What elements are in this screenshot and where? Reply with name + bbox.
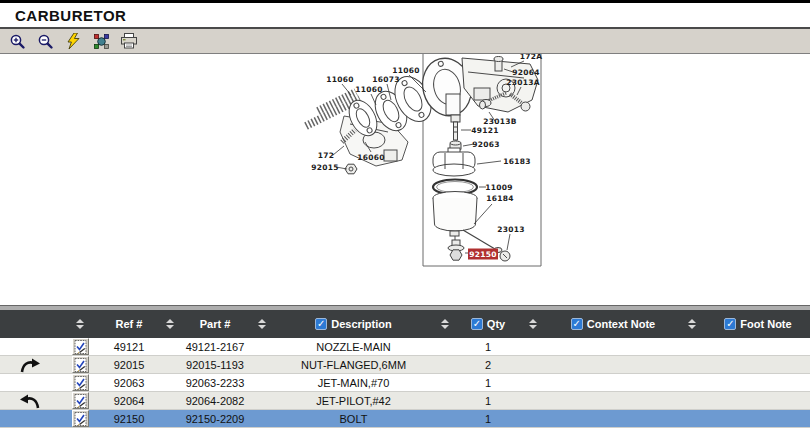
table-row[interactable]: 49121 49121-2167 NOZZLE-MAIN 1 <box>0 338 810 356</box>
edit-note-icon <box>74 394 87 408</box>
diagram-part-label[interactable]: 23013 <box>497 225 525 234</box>
column-header-context-note[interactable]: Context Note <box>548 318 678 330</box>
column-header-ref[interactable]: Ref # <box>100 318 158 330</box>
diagram-part-label[interactable]: 23013A <box>506 78 540 87</box>
lightning-button[interactable] <box>63 31 83 51</box>
diagram-part-label[interactable]: 92064 <box>512 68 540 77</box>
diagram-part-label[interactable]: 172 <box>318 151 335 160</box>
table-row[interactable]: 92063 92063-2233 JET-MAIN,#70 1 <box>0 374 810 392</box>
cell-part: 49121-2167 <box>182 341 248 353</box>
diagram-part-label[interactable]: 23013B <box>483 117 517 126</box>
cell-qty: 1 <box>458 413 518 425</box>
diagram-part-label[interactable]: 172A <box>520 54 543 61</box>
edit-note-button[interactable] <box>72 338 89 355</box>
diagram-leader-line <box>342 84 351 95</box>
nav-arrow-back-icon[interactable] <box>19 392 41 409</box>
column-header-description[interactable]: Description <box>275 318 432 330</box>
toolbar <box>0 29 810 54</box>
diagram-leader-line <box>477 161 501 164</box>
diagram-part-label[interactable]: 49121 <box>471 126 499 135</box>
edit-note-icon <box>74 358 87 372</box>
carburetor-exploded-view: 110601607311060110601729201516060172A920… <box>0 54 810 305</box>
diagram-part-label[interactable]: 92150 <box>469 250 497 259</box>
cell-part: 92064-2082 <box>182 395 248 407</box>
nav-arrow-forward-icon[interactable] <box>19 356 41 373</box>
cell-ref: 92064 <box>100 395 158 407</box>
diagram-part-label[interactable]: 11060 <box>326 75 354 84</box>
print-button[interactable] <box>119 31 139 51</box>
cell-part: 92063-2233 <box>182 377 248 389</box>
table-row[interactable]: 92064 92064-2082 JET-PILOT,#42 1 <box>0 392 810 410</box>
diagram-leader-line <box>507 234 510 250</box>
cell-description: NUT-FLANGED,6MM <box>275 359 432 371</box>
diagram-leader-line <box>333 146 344 155</box>
sort-icon[interactable] <box>166 319 174 329</box>
cell-description: JET-PILOT,#42 <box>275 395 432 407</box>
foot-note-checkbox[interactable] <box>724 318 736 330</box>
cell-qty: 1 <box>458 377 518 389</box>
cell-qty: 1 <box>458 395 518 407</box>
title-bar: CARBURETOR <box>0 0 810 29</box>
zoom-out-button[interactable] <box>35 31 55 51</box>
cell-qty: 2 <box>458 359 518 371</box>
diagram-part-label[interactable]: 92015 <box>311 163 339 172</box>
diagram-part-label[interactable]: 16183 <box>503 157 531 166</box>
diagram-part-label[interactable]: 11060 <box>392 66 420 75</box>
edit-note-button[interactable] <box>72 356 89 373</box>
lightning-icon <box>66 33 81 50</box>
diagram-part-label[interactable]: 11009 <box>485 183 513 192</box>
edit-note-button[interactable] <box>72 392 89 409</box>
table-row[interactable]: 92015 92015-1193 NUT-FLANGED,6MM 2 <box>0 356 810 374</box>
edit-note-icon <box>74 376 87 390</box>
zoom-out-icon <box>37 33 54 50</box>
cell-description: NOZZLE-MAIN <box>275 341 432 353</box>
cell-part: 92150-2209 <box>182 413 248 425</box>
column-header-foot-note[interactable]: Foot Note <box>706 318 810 330</box>
parts-diagram[interactable]: 110601607311060110601729201516060172A920… <box>0 54 810 305</box>
parts-catalog-window: CARBURETOR <box>0 0 810 430</box>
table-body: 49121 49121-2167 NOZZLE-MAIN 1 <box>0 338 810 428</box>
cell-qty: 1 <box>458 341 518 353</box>
cell-description: BOLT <box>275 413 432 425</box>
diagram-leader-line <box>371 94 376 105</box>
zoom-in-icon <box>9 33 26 50</box>
cell-part: 92015-1193 <box>182 359 248 371</box>
diagram-part-label[interactable]: 11060 <box>355 85 383 94</box>
description-checkbox[interactable] <box>315 318 327 330</box>
hotspot-links-button[interactable] <box>91 31 111 51</box>
context-note-checkbox[interactable] <box>571 318 583 330</box>
diagram-part-label[interactable]: 16060 <box>357 153 385 162</box>
cell-ref: 92150 <box>100 413 158 425</box>
print-icon <box>120 33 138 49</box>
edit-note-icon <box>74 340 87 354</box>
edit-note-button[interactable] <box>72 374 89 391</box>
cell-ref: 92063 <box>100 377 158 389</box>
diagram-part-label[interactable]: 16184 <box>486 194 514 203</box>
sort-icon[interactable] <box>258 319 266 329</box>
table-row[interactable]: 92150 92150-2209 BOLT 1 <box>0 410 810 428</box>
sort-icon[interactable] <box>441 319 449 329</box>
hotspot-links-icon <box>93 33 110 50</box>
edit-note-button[interactable] <box>72 410 89 427</box>
column-header-qty[interactable]: Qty <box>458 318 518 330</box>
cell-ref: 92015 <box>100 359 158 371</box>
table-header: Ref # Part # Description Qty Context Not… <box>0 310 810 338</box>
diagram-part-label[interactable]: 92063 <box>472 140 500 149</box>
page-title: CARBURETOR <box>15 7 126 24</box>
edit-note-icon <box>74 412 87 426</box>
cell-ref: 49121 <box>100 341 158 353</box>
sort-icon[interactable] <box>76 319 84 329</box>
diagram-part-label[interactable]: 16073 <box>372 75 400 84</box>
cell-description: JET-MAIN,#70 <box>275 377 432 389</box>
zoom-in-button[interactable] <box>7 31 27 51</box>
sort-icon[interactable] <box>688 319 696 329</box>
column-header-part[interactable]: Part # <box>182 318 248 330</box>
sort-icon[interactable] <box>529 319 537 329</box>
qty-checkbox[interactable] <box>471 318 483 330</box>
